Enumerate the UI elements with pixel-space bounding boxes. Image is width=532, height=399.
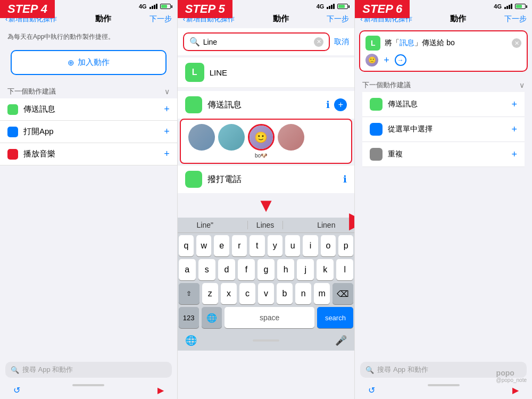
mic-icon[interactable]: 🎤 xyxy=(335,335,347,346)
add-music-icon[interactable]: + xyxy=(164,148,170,160)
key-l[interactable]: l xyxy=(336,259,353,280)
add-recipient-icon[interactable]: + xyxy=(384,55,389,66)
key-x[interactable]: x xyxy=(221,283,237,304)
key-k[interactable]: k xyxy=(317,259,334,280)
nav-next-4[interactable]: 下一步 xyxy=(149,14,172,24)
cancel-button[interactable]: 取消 xyxy=(334,37,349,47)
key-g[interactable]: g xyxy=(257,259,275,280)
nav-next-5[interactable]: 下一步 xyxy=(327,14,349,24)
key-shift[interactable]: ⇧ xyxy=(179,283,200,304)
key-m[interactable]: m xyxy=(314,283,330,304)
add-action-button[interactable]: ⊕ 加入動作 xyxy=(11,50,167,75)
search-input-4[interactable]: 🔍 搜尋 App 和動作 xyxy=(5,362,172,378)
key-b[interactable]: b xyxy=(277,283,293,304)
forward-nav-icon-6[interactable]: ▶ xyxy=(508,384,523,396)
battery-4 xyxy=(160,4,171,9)
p3-suggestion-repeat[interactable]: 重複 + xyxy=(362,142,525,167)
forward-nav-icon-4[interactable]: ▶ xyxy=(153,384,169,396)
key-s[interactable]: s xyxy=(198,259,215,280)
key-w[interactable]: w xyxy=(196,235,211,256)
line-app-row[interactable]: L LINE xyxy=(178,57,355,88)
chevron-down-icon-6[interactable]: ∨ xyxy=(519,81,525,89)
add-msg-icon[interactable]: + xyxy=(164,104,170,115)
suggestion-item-msg[interactable]: 傳送訊息 + xyxy=(0,98,177,121)
avatar-1 xyxy=(188,124,215,151)
key-emoji[interactable]: 🌐 xyxy=(202,307,222,328)
key-t[interactable]: t xyxy=(250,235,264,256)
step6-label: STEP 6 xyxy=(355,0,410,18)
arrow-circle-icon[interactable]: → xyxy=(395,54,406,66)
keyboard: q w e r t y u i o p a s d f g h j k l xyxy=(178,233,355,332)
key-e[interactable]: e xyxy=(214,235,229,256)
send-msg-icon xyxy=(185,96,202,113)
avatar-2 xyxy=(218,124,245,151)
clear-action-icon[interactable]: ✕ xyxy=(512,38,521,48)
key-delete[interactable]: ⌫ xyxy=(332,283,353,304)
bottom-search-4: 🔍 搜尋 App 和動作 xyxy=(0,358,177,382)
ac-word-1: Line" xyxy=(197,221,213,229)
dial-info-icon[interactable]: ℹ xyxy=(343,173,347,185)
key-y[interactable]: y xyxy=(268,235,282,256)
key-d[interactable]: d xyxy=(218,259,235,280)
suggestion-item-app[interactable]: 打開App + xyxy=(0,121,177,143)
avatar-bo: 🙂 xyxy=(248,124,275,151)
key-j[interactable]: j xyxy=(297,259,314,280)
back-nav-icon-6[interactable]: ↺ xyxy=(363,384,379,396)
search-input-5[interactable] xyxy=(203,38,311,46)
suggestions-section-6: 下一個動作建議 ∨ 傳送訊息 + 從選單中選擇 + xyxy=(355,74,532,169)
search-bar-p2: 🔍 ✕ 取消 xyxy=(178,28,355,55)
p3-add-msg[interactable]: + xyxy=(512,99,518,110)
action-text: 將「訊息」傳送給 bo xyxy=(385,38,508,48)
key-z[interactable]: z xyxy=(202,283,218,304)
key-c[interactable]: c xyxy=(239,283,255,304)
signal-4g-4: 4G xyxy=(139,3,147,10)
send-msg-row[interactable]: 傳送訊息 ℹ + xyxy=(178,91,355,119)
contact-2[interactable] xyxy=(218,124,245,159)
key-a[interactable]: a xyxy=(179,259,196,280)
add-app-icon[interactable]: + xyxy=(164,126,170,137)
contact-4[interactable] xyxy=(278,124,304,159)
nav-title-5: 動作 xyxy=(273,14,289,24)
key-u[interactable]: u xyxy=(285,235,300,256)
p3-add-repeat[interactable]: + xyxy=(512,149,518,160)
contact-1[interactable] xyxy=(188,124,215,159)
p3-add-list[interactable]: + xyxy=(512,124,518,135)
action-bar-p3: L 將「訊息」傳送給 bo ✕ 🙂 + → xyxy=(359,30,528,72)
p3-suggestion-msg[interactable]: 傳送訊息 + xyxy=(362,92,525,117)
info-icon[interactable]: ℹ xyxy=(326,99,330,111)
p3-suggestion-list[interactable]: 從選單中選擇 + xyxy=(362,117,525,142)
p3-msg-icon xyxy=(370,98,383,111)
add-send-msg-button[interactable]: + xyxy=(334,98,347,111)
search-box-line[interactable]: 🔍 ✕ xyxy=(183,32,330,51)
key-q[interactable]: q xyxy=(179,235,194,256)
key-123[interactable]: 123 xyxy=(179,307,199,328)
back-nav-icon-4[interactable]: ↺ xyxy=(9,384,24,396)
clear-search-icon[interactable]: ✕ xyxy=(314,37,323,47)
key-i[interactable]: i xyxy=(303,235,318,256)
key-o[interactable]: o xyxy=(321,235,336,256)
battery-5 xyxy=(337,4,348,9)
key-f[interactable]: f xyxy=(238,259,255,280)
nav-next-6[interactable]: 下一步 xyxy=(504,14,527,24)
line-icon-p3: L xyxy=(365,36,380,51)
key-space[interactable]: space xyxy=(225,307,315,328)
key-p[interactable]: p xyxy=(338,235,353,256)
arrow-right-icon: ▶ xyxy=(349,206,355,232)
line-app-result: L LINE xyxy=(178,57,355,88)
contacts-row: 🙂 bo🐶 xyxy=(180,119,353,164)
search-button[interactable]: search xyxy=(317,307,353,328)
key-r[interactable]: r xyxy=(232,235,247,256)
key-h[interactable]: h xyxy=(277,259,294,280)
globe-icon[interactable]: 🌐 xyxy=(185,335,197,346)
line-app-icon: L xyxy=(185,63,204,82)
chevron-down-icon-4[interactable]: ∨ xyxy=(164,87,170,96)
contact-bo[interactable]: 🙂 bo🐶 xyxy=(248,124,275,159)
suggestion-item-music[interactable]: 播放音樂 + xyxy=(0,143,177,165)
key-n[interactable]: n xyxy=(295,283,311,304)
ac-word-3: Linen xyxy=(317,221,335,229)
step5-label: STEP 5 xyxy=(178,0,232,18)
message-icon xyxy=(7,104,18,115)
key-v[interactable]: v xyxy=(258,283,274,304)
line-app-name: LINE xyxy=(210,68,227,77)
dial-row[interactable]: 撥打電話 ℹ xyxy=(178,165,355,193)
